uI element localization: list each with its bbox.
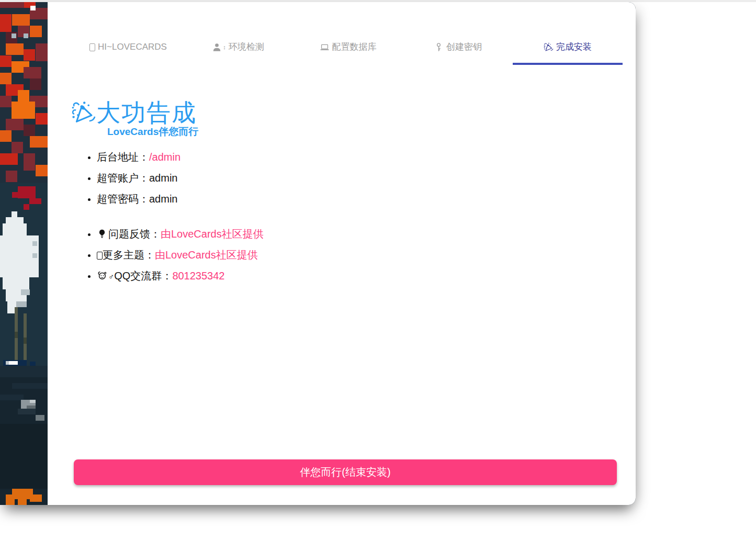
themes-link[interactable]: 由LoveCards社区提供 (155, 249, 258, 261)
finish-install-button[interactable]: 伴您而行(结束安装) (74, 459, 617, 485)
install-steps-nav: HI~LOVECARDS ↕ 环境检测 配置数据库 创建密钥 完成安装 (73, 42, 623, 65)
list-item-more-themes: 更多主题：由LoveCards社区提供 (97, 249, 636, 261)
tab-label: 完成安装 (556, 42, 592, 52)
placeholder-box-icon (97, 252, 103, 260)
tab-label: 创建密钥 (446, 42, 482, 52)
install-card: HI~LOVECARDS ↕ 环境检测 配置数据库 创建密钥 完成安装 (48, 2, 636, 505)
admin-account-value: admin (149, 172, 177, 184)
lightbulb-icon (97, 229, 107, 239)
item-label: 超管账户： (97, 172, 149, 184)
laptop-icon (320, 42, 330, 52)
tab-label: 环境检测 (229, 42, 264, 52)
page-title: 大功告成 (96, 99, 197, 126)
list-item-feedback: 问题反馈：由LoveCards社区提供 (97, 228, 636, 240)
person-bust-icon (212, 42, 222, 52)
tab-hi-lovecards[interactable]: HI~LOVECARDS (73, 42, 183, 65)
list-item-admin-url: 后台地址：/admin (97, 151, 636, 163)
party-popper-icon (544, 42, 554, 52)
admin-password-value: admin (149, 193, 177, 205)
key-icon (434, 42, 444, 52)
community-links-list: 问题反馈：由LoveCards社区提供 更多主题：由LoveCards社区提供 … (48, 228, 636, 283)
tab-label: 配置数据库 (332, 42, 377, 52)
list-item-admin-password: 超管密码：admin (97, 193, 636, 205)
item-label: 超管密码： (97, 193, 149, 205)
page-subtitle: LoveCards伴您而行 (107, 126, 636, 138)
item-label: 问题反馈： (108, 228, 161, 240)
tiny-arrows-icon: ↕ (223, 44, 226, 50)
tab-finish-install[interactable]: 完成安装 (513, 42, 623, 65)
party-popper-icon (71, 100, 96, 126)
item-label: 后台地址： (97, 151, 149, 163)
qq-group-number-link[interactable]: 801235342 (172, 270, 224, 282)
pixel-art-background (0, 2, 48, 505)
list-item-admin-account: 超管账户：admin (97, 172, 636, 184)
placeholder-box-icon (89, 43, 95, 51)
male-sign-icon: ♂ (108, 272, 114, 281)
person-raising-hand-icon (97, 271, 107, 281)
admin-url-link[interactable]: /admin (149, 151, 180, 163)
install-summary-list: 后台地址：/admin 超管账户：admin 超管密码：admin (48, 151, 636, 205)
tab-label: HI~LOVECARDS (98, 42, 167, 52)
tab-create-key[interactable]: 创建密钥 (403, 42, 513, 65)
tab-database-config[interactable]: 配置数据库 (293, 42, 403, 65)
item-label: 更多主题： (103, 249, 155, 261)
feedback-link[interactable]: 由LoveCards社区提供 (161, 228, 264, 240)
item-label: QQ交流群： (114, 270, 172, 282)
tab-environment-check[interactable]: ↕ 环境检测 (183, 42, 293, 65)
list-item-qq-group: ♂QQ交流群：801235342 (97, 269, 636, 283)
success-hero: 大功告成 (71, 99, 636, 126)
install-wizard-stage: HI~LOVECARDS ↕ 环境检测 配置数据库 创建密钥 完成安装 (0, 2, 636, 505)
